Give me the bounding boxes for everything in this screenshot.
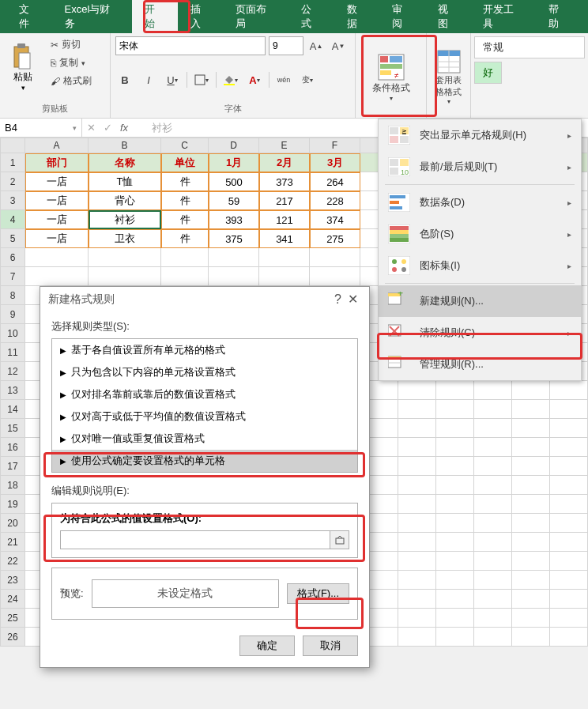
border-button[interactable]: ▾ — [192, 70, 211, 89]
row-header[interactable]: 24 — [0, 590, 25, 609]
row-header[interactable]: 11 — [0, 343, 25, 362]
cell[interactable] — [259, 267, 310, 286]
cell[interactable]: 275 — [310, 229, 360, 248]
rule-type-item[interactable]: ▶仅对高于或低于平均值的数值设置格式 — [52, 405, 357, 428]
cell[interactable] — [474, 419, 512, 438]
menu-highlight-rules[interactable]: ≧ 突出显示单元格规则(H) ▸ — [379, 119, 581, 151]
paste-button[interactable]: 粘贴 ▾ — [3, 36, 43, 98]
row-header[interactable]: 13 — [0, 381, 25, 400]
select-all-corner[interactable] — [0, 138, 25, 153]
cell[interactable] — [436, 476, 474, 495]
menu-new-rule[interactable]: + 新建规则(N)... — [379, 285, 581, 317]
row-header[interactable]: 6 — [0, 248, 25, 267]
menu-icon-sets[interactable]: 图标集(I) ▸ — [379, 250, 581, 281]
cell[interactable]: 341 — [259, 229, 310, 248]
cell[interactable] — [89, 267, 161, 286]
cell[interactable]: 121 — [259, 210, 310, 229]
cell[interactable] — [436, 457, 474, 476]
cell[interactable]: 500 — [209, 172, 259, 191]
cell[interactable] — [398, 495, 436, 514]
cell[interactable] — [550, 609, 588, 628]
cell[interactable]: 264 — [310, 172, 360, 191]
menu-color-scales[interactable]: 色阶(S) ▸ — [379, 218, 581, 250]
cell[interactable] — [161, 248, 209, 267]
row-header[interactable]: 26 — [0, 628, 25, 647]
phonetic-guide-button[interactable]: 变▾ — [298, 70, 317, 89]
rule-type-item[interactable]: ▶仅对排名靠前或靠后的数值设置格式 — [52, 383, 357, 405]
cell[interactable] — [436, 533, 474, 552]
cell[interactable] — [474, 476, 512, 495]
cell[interactable] — [436, 628, 474, 647]
cell[interactable] — [550, 590, 588, 609]
cell[interactable] — [512, 419, 550, 438]
menu-data-bars[interactable]: 数据条(D) ▸ — [379, 187, 581, 218]
range-selector-button[interactable] — [330, 530, 349, 549]
cut-button[interactable]: ✂ 剪切 — [46, 36, 96, 53]
cell[interactable] — [398, 552, 436, 571]
row-header[interactable]: 16 — [0, 438, 25, 457]
row-header[interactable]: 18 — [0, 476, 25, 495]
cell[interactable] — [512, 457, 550, 476]
cell[interactable] — [436, 609, 474, 628]
cell[interactable] — [512, 476, 550, 495]
cell[interactable]: 单位 — [161, 153, 209, 172]
cell[interactable]: 卫衣 — [89, 229, 161, 248]
cell[interactable] — [512, 628, 550, 647]
cell[interactable] — [259, 248, 310, 267]
cell[interactable] — [436, 552, 474, 571]
underline-button[interactable]: U▾ — [163, 70, 182, 89]
increase-font-button[interactable]: A▲ — [307, 36, 326, 55]
cell[interactable] — [398, 514, 436, 533]
cell[interactable] — [512, 590, 550, 609]
cell[interactable] — [474, 628, 512, 647]
rule-type-item[interactable]: ▶基于各自值设置所有单元格的格式 — [52, 339, 357, 361]
cell[interactable] — [550, 400, 588, 419]
help-icon[interactable]: ? — [331, 292, 345, 307]
row-header[interactable]: 7 — [0, 267, 25, 286]
cell[interactable] — [436, 495, 474, 514]
cell[interactable] — [161, 267, 209, 286]
format-painter-button[interactable]: 🖌 格式刷 — [46, 73, 96, 89]
cell[interactable] — [436, 381, 474, 400]
cell[interactable]: 2月 — [259, 153, 310, 172]
cell[interactable]: 名称 — [89, 153, 161, 172]
cell[interactable] — [398, 590, 436, 609]
row-header[interactable]: 23 — [0, 571, 25, 590]
cell[interactable] — [474, 609, 512, 628]
menu-manage-rules[interactable]: 管理规则(R)... — [379, 349, 581, 380]
cell[interactable]: 件 — [161, 210, 209, 229]
copy-button[interactable]: ⎘ 复制 ▾ — [46, 55, 96, 71]
cell[interactable]: 一店 — [25, 210, 89, 229]
cell[interactable] — [512, 381, 550, 400]
cell[interactable] — [436, 438, 474, 457]
cell[interactable] — [512, 438, 550, 457]
row-header[interactable]: 19 — [0, 495, 25, 514]
cell[interactable]: 一店 — [25, 229, 89, 248]
cell[interactable] — [512, 552, 550, 571]
col-header[interactable]: A — [25, 138, 89, 153]
formula-value[interactable]: 衬衫 — [152, 121, 172, 135]
cell[interactable] — [474, 552, 512, 571]
font-size-select[interactable] — [269, 36, 303, 55]
cell[interactable]: 217 — [259, 191, 310, 210]
cell[interactable] — [398, 419, 436, 438]
ok-button[interactable]: 确定 — [239, 635, 295, 656]
cell[interactable] — [398, 457, 436, 476]
cell[interactable] — [474, 400, 512, 419]
cell[interactable]: T恤 — [89, 172, 161, 191]
cell[interactable] — [474, 381, 512, 400]
cell[interactable] — [550, 514, 588, 533]
cell[interactable] — [436, 514, 474, 533]
cell[interactable] — [398, 476, 436, 495]
cell[interactable]: 件 — [161, 172, 209, 191]
fx-icon[interactable]: fx — [120, 122, 128, 134]
cell[interactable]: 373 — [259, 172, 310, 191]
format-button[interactable]: 格式(F)... — [287, 583, 349, 604]
rule-type-item[interactable]: ▶仅对唯一值或重复值设置格式 — [52, 428, 357, 450]
row-header[interactable]: 20 — [0, 514, 25, 533]
cell[interactable] — [398, 400, 436, 419]
cell[interactable] — [474, 495, 512, 514]
cell[interactable] — [436, 590, 474, 609]
cell[interactable]: 393 — [209, 210, 259, 229]
cell[interactable] — [474, 438, 512, 457]
